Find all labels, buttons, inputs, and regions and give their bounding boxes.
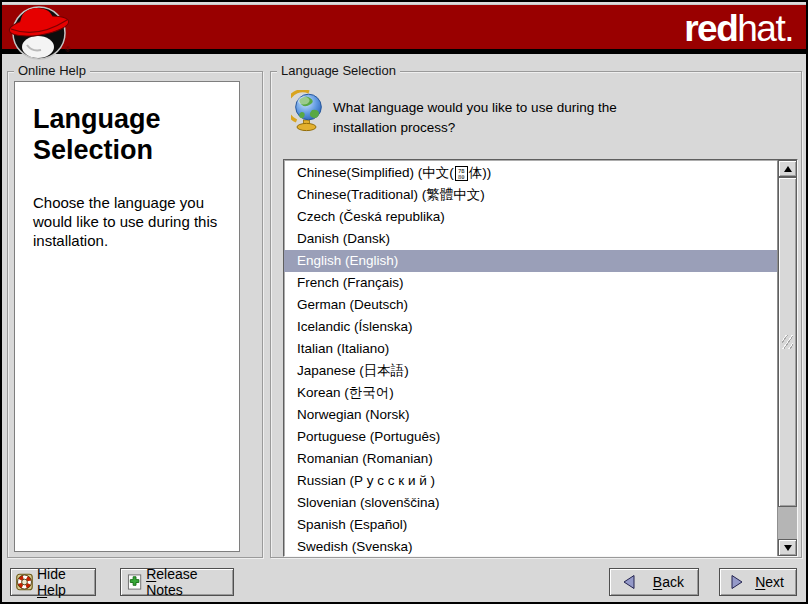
next-button[interactable]: Next xyxy=(719,568,797,596)
help-heading: Language Selection xyxy=(33,104,227,167)
language-row[interactable]: Slovenian (slovenščina) xyxy=(284,492,777,514)
life-preserver-icon xyxy=(16,573,33,591)
globe-icon xyxy=(291,90,327,132)
language-row[interactable]: Russian (Р у с с к и й ) xyxy=(284,470,777,492)
language-question-text: What language would you like to use duri… xyxy=(333,98,683,137)
language-row[interactable]: Chinese(Traditional) (繁體中文) xyxy=(284,184,777,206)
language-row[interactable]: French (Français) xyxy=(284,272,777,294)
release-notes-button[interactable]: Release Notes xyxy=(120,568,234,596)
scroll-down-button[interactable] xyxy=(778,539,797,556)
help-body-text: Choose the language you would like to us… xyxy=(33,193,235,251)
scroll-down-arrow-icon xyxy=(784,545,792,551)
brand-hat: hat xyxy=(737,8,784,49)
hide-help-button[interactable]: Hide Help xyxy=(10,568,96,596)
language-row[interactable]: Korean (한국어) xyxy=(284,382,777,404)
release-notes-icon xyxy=(127,573,142,591)
language-row[interactable]: Japanese (日本語) xyxy=(284,360,777,382)
header-banner: ® redhat. xyxy=(2,4,806,49)
redhat-shadowman-logo: ® xyxy=(5,5,77,61)
next-label: Next xyxy=(755,574,784,590)
release-notes-label: Release Notes xyxy=(146,566,233,598)
language-row[interactable]: Danish (Dansk) xyxy=(284,228,777,250)
svg-text:®: ® xyxy=(65,46,71,53)
scrollbar-track[interactable] xyxy=(778,507,797,539)
language-listbox: Chinese(Simplified) (中文(7B80体))Chinese(T… xyxy=(283,159,798,557)
scroll-up-button[interactable] xyxy=(778,160,797,177)
online-help-content: Language Selection Choose the language y… xyxy=(14,81,240,552)
language-row[interactable]: Norwegian (Norsk) xyxy=(284,404,777,426)
installer-window: ® redhat. Online Help Language Selection… xyxy=(0,0,808,604)
language-row[interactable]: Spanish (Español) xyxy=(284,514,777,536)
language-list: Chinese(Simplified) (中文(7B80体))Chinese(T… xyxy=(284,160,777,556)
vertical-scrollbar[interactable] xyxy=(777,160,797,556)
language-row[interactable]: German (Deutsch) xyxy=(284,294,777,316)
back-arrow-icon xyxy=(622,574,636,590)
brand-dot: . xyxy=(784,8,793,49)
language-row[interactable]: Czech (Česká republika) xyxy=(284,206,777,228)
scroll-up-arrow-icon xyxy=(784,166,792,172)
language-selection-panel: Language Selection What lan xyxy=(270,71,802,558)
next-arrow-icon xyxy=(730,574,744,590)
main-content: Online Help Language Selection Choose th… xyxy=(2,54,806,602)
back-button[interactable]: Back xyxy=(609,568,699,596)
language-row[interactable]: Swedish (Svenska) xyxy=(284,536,777,556)
language-row[interactable]: Romanian (Romanian) xyxy=(284,448,777,470)
back-label: Back xyxy=(653,574,684,590)
language-row[interactable]: Portuguese (Português) xyxy=(284,426,777,448)
redhat-wordmark: redhat. xyxy=(684,10,793,47)
language-selection-frame-label: Language Selection xyxy=(277,63,400,78)
language-row[interactable]: Chinese(Simplified) (中文(7B80体)) xyxy=(284,162,777,184)
language-row[interactable]: Icelandic (Íslenska) xyxy=(284,316,777,338)
online-help-panel: Online Help Language Selection Choose th… xyxy=(7,71,263,558)
scrollbar-thumb[interactable] xyxy=(778,177,797,507)
language-row[interactable]: Italian (Italiano) xyxy=(284,338,777,360)
missing-glyph-box: 7B80 xyxy=(455,166,468,181)
hide-help-label: Hide Help xyxy=(37,566,95,598)
online-help-frame-label: Online Help xyxy=(14,63,90,78)
brand-red: red xyxy=(684,8,737,49)
language-row-selected[interactable]: English (English) xyxy=(284,250,777,272)
